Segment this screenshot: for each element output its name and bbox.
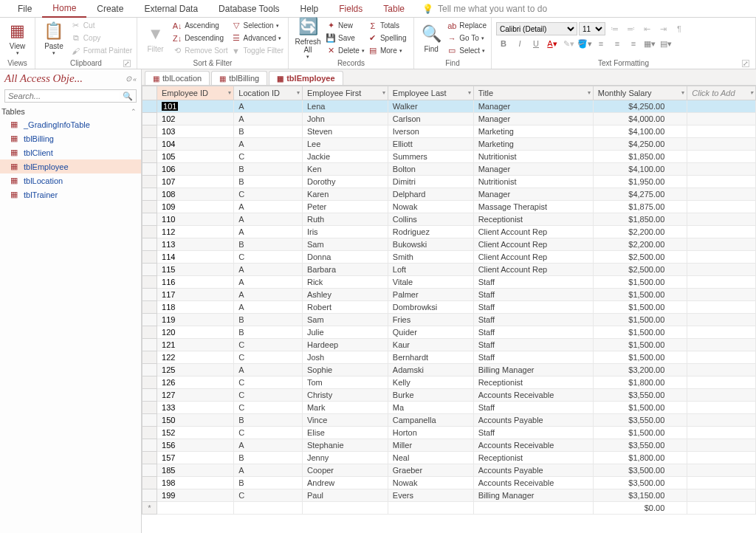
row-selector[interactable]: [142, 402, 157, 414]
sort-desc-button[interactable]: Z↓Descending: [172, 32, 227, 44]
cell-salary[interactable]: $2,200.00: [593, 238, 687, 251]
table-row[interactable]: 102AJohnCarlsonManager$4,000.00: [142, 113, 756, 125]
cell-salary[interactable]: $1,500.00: [593, 339, 687, 351]
cell-location-id[interactable]: A: [234, 226, 303, 238]
cell-salary[interactable]: $3,500.00: [593, 477, 687, 489]
cell-location-id[interactable]: C: [234, 389, 303, 402]
alt-row-button[interactable]: ▤▾: [659, 37, 673, 50]
cell-location-id[interactable]: C: [234, 427, 303, 439]
cell-title[interactable]: Billing Manager: [473, 364, 593, 376]
cell-location-id[interactable]: A: [234, 201, 303, 213]
cell-location-id[interactable]: C: [234, 151, 303, 163]
cell-title[interactable]: Accounts Payable: [473, 464, 593, 477]
cell-location-id[interactable]: C: [234, 376, 303, 389]
cell-location-id[interactable]: B: [234, 176, 303, 188]
cell-salary[interactable]: $1,850.00: [593, 213, 687, 226]
cell-salary[interactable]: $2,500.00: [593, 264, 687, 276]
cell-employee-id[interactable]: 117: [157, 289, 234, 301]
cell-title[interactable]: Staff: [473, 339, 593, 351]
select-button[interactable]: ▭Select▾: [447, 44, 487, 57]
table-row[interactable]: 198BAndrewNowakAccounts Receivable$3,500…: [142, 477, 756, 489]
table-row[interactable]: 107BDorothyDimitriNutritionist$1,950.00: [142, 176, 756, 188]
row-selector[interactable]: [142, 502, 157, 515]
cell-title[interactable]: Staff: [473, 314, 593, 326]
nav-item-tbltrainer[interactable]: ▦tblTrainer: [0, 188, 141, 202]
cell-salary[interactable]: $1,500.00: [593, 402, 687, 414]
cell-employee-id[interactable]: 126: [157, 376, 234, 389]
fill-color-button[interactable]: 🪣▾: [577, 37, 592, 50]
cell-location-id[interactable]: A: [234, 276, 303, 289]
cell-location-id[interactable]: B: [234, 452, 303, 464]
cell-location-id[interactable]: A: [234, 213, 303, 226]
cell-employee-id[interactable]: 115: [157, 264, 234, 276]
cell-employee-id[interactable]: 122: [157, 351, 234, 364]
find-button[interactable]: 🔍Find: [419, 19, 444, 58]
cell-location-id[interactable]: A: [234, 364, 303, 376]
cell-last[interactable]: Iverson: [388, 125, 473, 138]
cell-salary[interactable]: $1,500.00: [593, 301, 687, 314]
cell-location-id[interactable]: A: [234, 439, 303, 452]
cut-button[interactable]: ✂Cut: [71, 19, 132, 32]
nav-item-tblemployee[interactable]: ▦tblEmployee: [0, 159, 141, 173]
sort-asc-button[interactable]: A↓Ascending: [172, 19, 227, 32]
cell-first[interactable]: Dorothy: [302, 176, 388, 188]
ltr-icon[interactable]: ¶: [672, 22, 687, 35]
cell-employee-id[interactable]: 108: [157, 188, 234, 201]
cell-salary[interactable]: $2,500.00: [593, 251, 687, 264]
gridlines-button[interactable]: ▦▾: [642, 37, 657, 50]
bold-button[interactable]: B: [496, 37, 511, 50]
cell-employee-id[interactable]: 112: [157, 226, 234, 238]
totals-button[interactable]: ΣTotals: [368, 19, 407, 32]
tab-fields[interactable]: Fields: [329, 1, 373, 17]
cell-title[interactable]: Client Account Rep: [473, 226, 593, 238]
cell-location-id[interactable]: B: [234, 238, 303, 251]
cell-salary[interactable]: $1,950.00: [593, 176, 687, 188]
cell-salary[interactable]: $1,500.00: [593, 351, 687, 364]
cell-salary[interactable]: $1,500.00: [593, 314, 687, 326]
row-selector[interactable]: [142, 376, 157, 389]
table-row[interactable]: 116ARickVitaleStaff$1,500.00: [142, 276, 756, 289]
cell-title[interactable]: Accounts Receivable: [473, 389, 593, 402]
delete-record-button[interactable]: ✕Delete▾: [326, 44, 365, 57]
filter-button[interactable]: ▼Filter: [142, 19, 169, 58]
cell-title[interactable]: Marketing: [473, 138, 593, 151]
dropdown-icon[interactable]: ▾: [588, 89, 591, 96]
cell-add[interactable]: [687, 364, 756, 376]
column-header[interactable]: Employee First▾: [302, 86, 388, 100]
cell-first[interactable]: Barbara: [302, 264, 388, 276]
cell-salary[interactable]: $3,550.00: [593, 414, 687, 427]
cell-location-id[interactable]: A: [234, 464, 303, 477]
row-selector[interactable]: [142, 238, 157, 251]
cell-add[interactable]: [687, 138, 756, 151]
cell-add[interactable]: [687, 351, 756, 364]
cell-location-id[interactable]: C: [234, 339, 303, 351]
cell-first[interactable]: Elise: [302, 427, 388, 439]
cell-salary[interactable]: $4,250.00: [593, 138, 687, 151]
cell-title[interactable]: Receptionist: [473, 376, 593, 389]
cell-employee-id[interactable]: 150: [157, 414, 234, 427]
table-row[interactable]: 127CChristyBurkeAccounts Receivable$3,55…: [142, 389, 756, 402]
cell-last[interactable]: Carlson: [388, 113, 473, 125]
cell-add[interactable]: [687, 125, 756, 138]
column-header[interactable]: Employee Last▾: [388, 86, 473, 100]
row-selector[interactable]: [142, 414, 157, 427]
cell-salary[interactable]: $3,200.00: [593, 364, 687, 376]
cell-location-id[interactable]: A: [234, 264, 303, 276]
cell-title[interactable]: Staff: [473, 276, 593, 289]
cell-add[interactable]: [687, 100, 756, 113]
cell-title[interactable]: Nutritionist: [473, 176, 593, 188]
table-row[interactable]: 115ABarbaraLoftClient Account Rep$2,500.…: [142, 264, 756, 276]
cell-title[interactable]: Staff: [473, 427, 593, 439]
bullets-icon[interactable]: ≔: [607, 22, 622, 35]
cell-salary[interactable]: $2,200.00: [593, 226, 687, 238]
table-row[interactable]: 106BKenBoltonManager$4,100.00: [142, 163, 756, 176]
save-record-button[interactable]: 💾Save: [326, 32, 365, 44]
cell-location-id[interactable]: B: [234, 314, 303, 326]
cell-last[interactable]: Rodriguez: [388, 226, 473, 238]
goto-button[interactable]: →Go To▾: [447, 32, 487, 44]
column-header[interactable]: Click to Add▾: [687, 86, 756, 100]
column-header[interactable]: Location ID▾: [234, 86, 303, 100]
cell-first[interactable]: Tom: [302, 376, 388, 389]
row-selector[interactable]: [142, 477, 157, 489]
cell-first[interactable]: Jenny: [302, 452, 388, 464]
